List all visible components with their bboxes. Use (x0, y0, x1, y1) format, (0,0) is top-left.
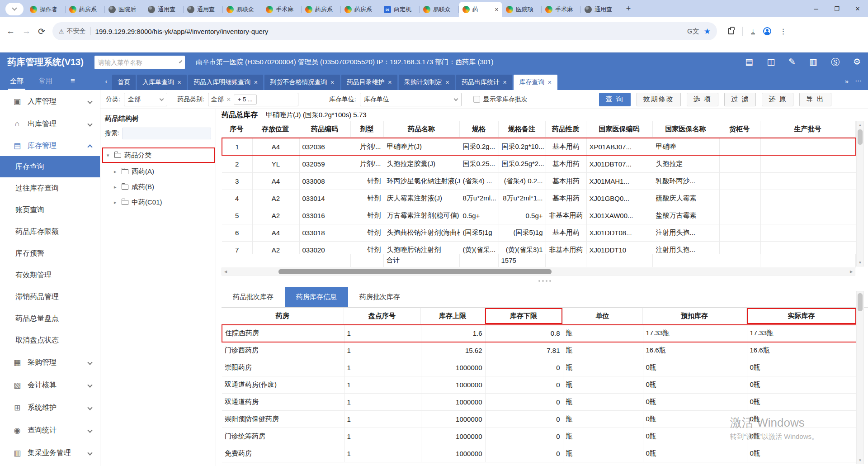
sidebar-item-集采业务管理[interactable]: ▥集采业务管理 (0, 442, 100, 464)
drug-row-5[interactable]: 5A2033016针剂万古霉素注射剂(稳可信)0.5g+0.5g+非基本用药XJ… (222, 207, 856, 224)
page-tab-首页[interactable]: 首页 (112, 75, 136, 90)
close-tab-icon[interactable]: ✕ (254, 80, 258, 86)
browser-tab[interactable]: 操作者 (26, 2, 66, 17)
drug-type-select[interactable]: 全部 ✕ + 5 ... (208, 93, 298, 106)
drug-row-1[interactable]: 1A4032036片剂/...甲硝唑片(J)国采0.2g...国采0.2g*10… (222, 138, 856, 155)
sidebar-item-库存管理[interactable]: ▤库存管理 (0, 135, 100, 156)
tree-node-中药(C01)[interactable]: ▸中药(C01) (100, 195, 216, 210)
drug-row-7[interactable]: 7A2033020针剂头孢唑肟钠注射剂(黄)(省采...(黄)(省采3)1非基本… (222, 241, 856, 254)
screen-share-icon[interactable]: ◫ (767, 57, 775, 68)
tab-scroll-right-icon[interactable]: » (845, 77, 849, 85)
browser-tab[interactable]: 易联众 (223, 2, 262, 17)
sidebar-subitem-滞销药品管理[interactable]: 滞销药品管理 (0, 286, 100, 308)
url-text[interactable]: 199.9.129.29:8000/his-yk/app/#/inventory… (95, 28, 683, 35)
tree-node-root[interactable]: ▾ 药品分类 (102, 147, 215, 163)
close-tab-icon[interactable]: ✕ (388, 80, 392, 86)
sidebar-subitem-药品库存限额[interactable]: 药品库存限额 (0, 221, 100, 243)
sidebar-item-入库管理[interactable]: ▣入库管理 (0, 90, 100, 113)
translate-icon[interactable]: G文 (687, 27, 699, 36)
menu-search-select[interactable] (94, 56, 185, 69)
sidebar-item-采购管理[interactable]: ▦采购管理 (0, 351, 100, 374)
maximize-button[interactable]: ❐ (826, 5, 847, 12)
pharmacy-row-双通道药房(作废)[interactable]: 双通道药房(作废)110000000瓶0瓶0瓶 (222, 376, 857, 394)
drug-row-4[interactable]: 4A2033014针剂庆大霉素注射液(J)8万u*2ml...8万u*2ml*1… (222, 190, 856, 207)
browser-tab[interactable]: 药房系 (341, 2, 380, 17)
caret-right-icon[interactable]: ▸ (114, 200, 118, 205)
browser-tab[interactable]: 医院项 (502, 2, 542, 17)
sign-icon[interactable]: ✎ (788, 57, 796, 68)
address-bar[interactable]: ⚠ 不安全 199.9.129.29:8000/his-yk/app/#/inv… (52, 22, 717, 40)
sidebar-subitem-药品总量盘点[interactable]: 药品总量盘点 (0, 308, 100, 329)
close-tab-icon[interactable]: ✕ (330, 80, 334, 86)
browser-tab[interactable]: 通用查 (184, 2, 223, 17)
browser-menu-icon[interactable]: ⋮ (779, 27, 787, 36)
close-button[interactable]: ✕ (847, 5, 868, 12)
card-icon[interactable]: ▤ (745, 57, 753, 68)
sidebar-item-查询统计[interactable]: ◉查询统计 (0, 419, 100, 442)
sidebar-subitem-取消盘点状态[interactable]: 取消盘点状态 (0, 329, 100, 351)
scrollbar-thumb[interactable] (858, 129, 863, 145)
pharmacy-row-双通道药房[interactable]: 双通道药房110000000瓶0瓶0瓶 (222, 394, 857, 411)
bottom-tab-药房库存信息[interactable]: 药房库存信息 (285, 287, 348, 307)
filter-button-效期修改[interactable]: 效期修改 (637, 93, 681, 106)
page-tab-入库单查询[interactable]: 入库单查询✕ (137, 75, 187, 90)
caret-right-icon[interactable]: ▸ (114, 169, 118, 175)
sidebar-subitem-账页查询[interactable]: 账页查询 (0, 199, 100, 221)
currency-icon[interactable]: Ⓢ (831, 57, 840, 68)
sidebar-item-出库管理[interactable]: ⌂出库管理 (0, 113, 100, 135)
profile-icon[interactable] (763, 27, 771, 35)
sidebar-subitem-库存预警[interactable]: 库存预警 (0, 243, 100, 264)
scroll-down-icon[interactable]: ▼ (857, 259, 863, 266)
page-tab-到货不合格情况查询[interactable]: 到货不合格情况查询✕ (264, 75, 340, 90)
browser-tab[interactable]: 手术麻 (542, 2, 581, 17)
scrollbar-thumb[interactable] (858, 293, 863, 311)
drug-row-3[interactable]: 3A4033008针剂环丙沙星氯化钠注射液(J)(省采4) ...(省采4) 0… (222, 172, 856, 190)
browser-tab[interactable]: 06两定机 (380, 2, 420, 17)
pharmacy-row-免费药房[interactable]: 免费药房110000000瓶0瓶0瓶 (222, 445, 857, 462)
sidebar-item-系统维护[interactable]: ⊞系统维护 (0, 396, 100, 419)
bottom-tab-药房批次库存[interactable]: 药房批次库存 (348, 287, 411, 307)
extensions-icon[interactable] (728, 28, 734, 34)
pharmacy-row-门诊统筹药房[interactable]: 门诊统筹药房110000000瓶0瓶0瓶 (222, 428, 857, 445)
browser-tab[interactable]: 药房系 (66, 2, 105, 17)
drug-row-2[interactable]: 2YL032059片剂/...头孢拉定胶囊(J)国采0.25...国采0.25g… (222, 155, 856, 172)
forward-button[interactable]: → (22, 26, 31, 36)
caret-right-icon[interactable]: ▸ (114, 184, 118, 190)
close-tab-icon[interactable]: ✕ (177, 80, 181, 86)
scrollbar-thumb[interactable] (278, 269, 552, 274)
bookmark-star-icon[interactable]: ★ (704, 27, 711, 36)
panel-splitter[interactable] (222, 276, 868, 287)
pharmacy-row-住院西药房[interactable]: 住院西药房11.60.8瓶17.33瓶17.33瓶 (222, 325, 857, 342)
pharmacy-row-门诊西药房[interactable]: 门诊西药房115.627.81瓶16.6瓶16.6瓶 (222, 342, 857, 359)
drug-type-more-chip[interactable]: + 5 ... (234, 95, 257, 105)
gear-icon[interactable]: ⚙ (853, 57, 861, 68)
scroll-up-icon[interactable]: ▲ (857, 121, 863, 128)
minimize-button[interactable]: ─ (806, 5, 826, 12)
tree-node-成药(B)[interactable]: ▸成药(B) (100, 179, 216, 195)
sidebar-collapse-icon[interactable]: ≡ (71, 76, 75, 86)
sidebar-subitem-库存查询[interactable]: 库存查询 (0, 156, 100, 177)
page-tab-库存查询[interactable]: 库存查询✕ (514, 75, 557, 90)
page-tab-药品出库统计[interactable]: 药品出库统计✕ (456, 75, 512, 90)
pharmacy-row-崇阳预防保健药房[interactable]: 崇阳预防保健药房110000000瓶0瓶0瓶 (222, 411, 857, 428)
drug-row-6[interactable]: 6A4033018针剂头孢曲松钠注射剂(海曲松)(国采5)1g(国采5)1g基本… (222, 224, 856, 241)
refresh-button[interactable]: ⟳ (38, 26, 45, 37)
page-tab-药品入库明细账查询[interactable]: 药品入库明细账查询✕ (188, 75, 263, 90)
close-tab-icon[interactable]: ✕ (547, 80, 552, 86)
browser-tab[interactable]: 药房系 (302, 2, 341, 17)
tab-search-button[interactable] (5, 3, 24, 15)
receipt-icon[interactable]: ▥ (809, 57, 817, 68)
tab-scroll-left-icon[interactable]: ‹ (100, 72, 112, 90)
browser-tab[interactable]: 易联众 (420, 2, 459, 17)
browser-tab[interactable]: 药✕ (459, 2, 502, 17)
scroll-left-icon[interactable]: ◀ (222, 270, 229, 274)
remove-chip-icon[interactable]: ✕ (226, 96, 231, 103)
pharmacy-row-崇阳药房[interactable]: 崇阳药房110000000瓶0瓶0瓶 (222, 359, 857, 376)
scroll-right-icon[interactable]: ▶ (848, 270, 855, 274)
horizontal-scrollbar[interactable]: ◀ ▶ (222, 268, 855, 276)
vertical-scrollbar-upper[interactable]: ▲ ▼ (856, 121, 864, 266)
page-tab-药品目录维护[interactable]: 药品目录维护✕ (341, 75, 397, 90)
bottom-tab-药品批次库存[interactable]: 药品批次库存 (222, 287, 285, 307)
close-tab-icon[interactable]: ✕ (503, 80, 507, 86)
sidebar-item-会计核算[interactable]: ▧会计核算 (0, 374, 100, 396)
